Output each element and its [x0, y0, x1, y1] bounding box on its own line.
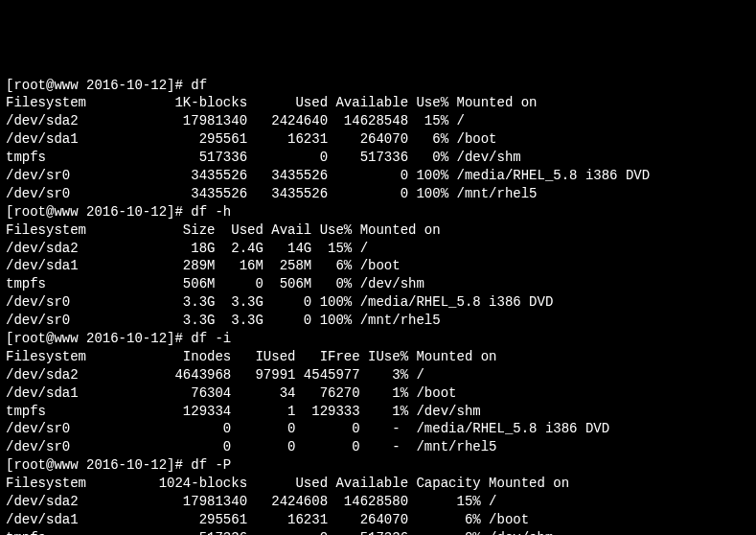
df-header: Filesystem Size Used Avail Use% Mounted …: [6, 222, 441, 238]
df-row: /dev/sda1 289M 16M 258M 6% /boot: [6, 258, 401, 273]
command-text[interactable]: df -i: [191, 331, 231, 346]
df-row: /dev/sr0 3.3G 3.3G 0 100% /mnt/rhel5: [6, 313, 441, 328]
df-row: /dev/sda1 76304 34 76270 1% /boot: [6, 385, 456, 401]
prompt-line: [root@www 2016-10-12]# df -P: [6, 457, 231, 473]
df-row: /dev/sda2 4643968 97991 4545977 3% /: [6, 367, 424, 383]
df-row: /dev/sda1 295561 16231 264070 6% /boot: [6, 131, 496, 147]
df-row: /dev/sda2 17981340 2424608 14628580 15% …: [6, 494, 496, 509]
df-row: tmpfs 506M 0 506M 0% /dev/shm: [6, 276, 424, 291]
space: [183, 331, 191, 346]
df-header: Filesystem 1K-blocks Used Available Use%…: [6, 95, 538, 110]
df-row: /dev/sda1 295561 16231 264070 6% /boot: [6, 512, 529, 527]
command-text[interactable]: df -P: [191, 457, 231, 473]
prompt-bracket-close: ]#: [167, 78, 183, 93]
df-row: tmpfs 517336 0 517336 0% /dev/shm: [6, 530, 553, 535]
df-row: tmpfs 129334 1 129333 1% /dev/shm: [6, 404, 481, 419]
df-row: /dev/sda2 18G 2.4G 14G 15% /: [6, 241, 368, 256]
prompt-bracket-close: ]#: [167, 457, 183, 473]
command-text[interactable]: df: [191, 78, 207, 93]
prompt-line: [root@www 2016-10-12]# df -i: [6, 331, 231, 346]
prompt-user: root@www 2016-10-12: [13, 204, 167, 220]
df-header: Filesystem Inodes IUsed IFree IUse% Moun…: [6, 349, 496, 364]
prompt-user: root@www 2016-10-12: [13, 457, 167, 473]
df-row: /dev/sr0 3.3G 3.3G 0 100% /media/RHEL_5.…: [6, 294, 553, 310]
prompt-line: [root@www 2016-10-12]# df -h: [6, 204, 231, 220]
df-row: /dev/sr0 3435526 3435526 0 100% /media/R…: [6, 168, 650, 183]
prompt-bracket-close: ]#: [167, 204, 183, 220]
df-header: Filesystem 1024-blocks Used Available Ca…: [6, 476, 569, 491]
prompt-line: [root@www 2016-10-12]# df: [6, 78, 207, 93]
df-row: /dev/sr0 3435526 3435526 0 100% /mnt/rhe…: [6, 186, 538, 201]
prompt-bracket-close: ]#: [167, 331, 183, 346]
space: [183, 204, 191, 220]
command-text[interactable]: df -h: [191, 204, 231, 220]
df-row: /dev/sr0 0 0 0 - /media/RHEL_5.8 i386 DV…: [6, 421, 609, 436]
df-row: tmpfs 517336 0 517336 0% /dev/shm: [6, 150, 521, 165]
space: [183, 78, 191, 93]
prompt-user: root@www 2016-10-12: [13, 78, 167, 93]
df-row: /dev/sda2 17981340 2424640 14628548 15% …: [6, 113, 465, 128]
space: [183, 457, 191, 473]
df-row: /dev/sr0 0 0 0 - /mnt/rhel5: [6, 439, 496, 454]
prompt-user: root@www 2016-10-12: [13, 331, 167, 346]
